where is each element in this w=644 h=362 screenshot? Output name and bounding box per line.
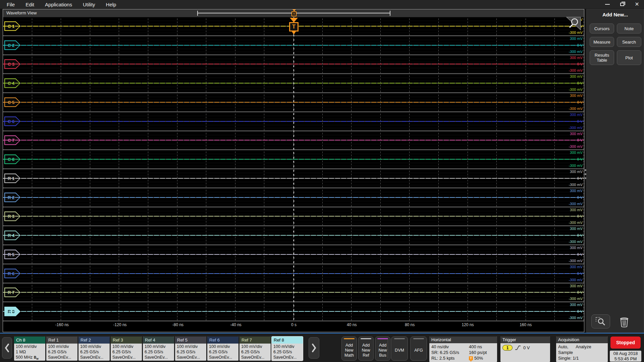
tab-setting-text: 500 MHz	[16, 355, 33, 360]
scroll-left-button[interactable]	[2, 337, 12, 359]
plot-button[interactable]: Plot	[617, 50, 641, 65]
restore-button[interactable]	[617, 1, 627, 8]
tab-body: 100 mV/div6.25 GS/sSaveOnEv...	[239, 344, 271, 360]
zoom-cursor-icon	[565, 16, 581, 32]
bandwidth-limit-icon: BW	[34, 356, 39, 359]
afg-button[interactable]: AFG	[410, 337, 427, 361]
tab-setting-line: 6.25 GS/s	[80, 349, 110, 355]
scale-label-bottom: -300 mV	[569, 87, 583, 92]
close-button[interactable]: ✕	[632, 1, 642, 8]
bottom-settings-bar: Ch 8100 mV/div1 MΩ500 MHzBWRef 1100 mV/d…	[0, 333, 644, 362]
menu-items: FileEditApplicationsUtilityHelp	[0, 1, 121, 8]
add-new-bus-button[interactable]: Add New Bus	[375, 337, 390, 361]
scale-label-zero: 0 V	[577, 62, 583, 66]
trigger-arrow-icon	[290, 18, 298, 22]
tab-setting-line: 6.25 GS/s	[241, 349, 271, 355]
datetime-display: 08 Aug 2018 5:53:45 PM	[610, 351, 641, 362]
horizontal-setting: SR: 6.25 GS/s	[431, 350, 469, 355]
scale-label-zero: 0 V	[577, 43, 583, 47]
add-new-math-button[interactable]: Add New Math	[341, 337, 357, 361]
trigger-t-icon: T	[291, 11, 297, 16]
trigger-title: Trigger	[500, 337, 550, 343]
cursors-button[interactable]: Cursors	[590, 23, 614, 34]
scale-label-zero: 0 V	[577, 214, 583, 218]
measure-button[interactable]: Measure	[590, 37, 614, 47]
search-button[interactable]: Search	[617, 37, 641, 47]
scale-label-top: 300 mV	[570, 208, 583, 212]
scale-label-bottom: -300 mV	[569, 107, 583, 111]
horizontal-setting: T50%	[469, 355, 487, 361]
scale-label-top: 300 mV	[570, 284, 583, 288]
waveform-view-window: Waveform View T C 1300 mV0 V-300 mVC 230…	[3, 9, 584, 332]
menu-applications[interactable]: Applications	[40, 1, 77, 8]
button-color-stripe	[361, 338, 371, 339]
zoom-mode-button[interactable]	[591, 314, 610, 328]
tab-ch8[interactable]: Ch 8100 mV/div1 MΩ500 MHzBW	[14, 337, 45, 361]
acquisition-panel[interactable]: Acquisition Auto, Analyze Sample Single:…	[556, 337, 608, 362]
trigger-tail-icon	[292, 32, 296, 35]
note-button[interactable]: Note	[617, 23, 641, 34]
time-tick-label: 120 ns	[462, 322, 474, 327]
tab-ref4[interactable]: Ref 4100 mV/div6.25 GS/sSaveOnEv...	[143, 337, 174, 361]
tab-setting-line: SaveOnEv...	[145, 355, 174, 360]
tab-header: Ref 7	[239, 337, 271, 344]
button-color-stripe	[394, 338, 405, 339]
trigger-t-icon: T	[289, 22, 299, 32]
horizontal-setting-text: 160 ps/pt	[469, 350, 487, 355]
button-color-stripe	[344, 338, 355, 339]
scale-label-zero: 0 V	[577, 309, 583, 313]
scale-label-zero: 0 V	[577, 290, 583, 294]
results-table-button[interactable]: Results Table	[590, 50, 614, 65]
tab-setting-text: 6.25 GS/s	[145, 350, 163, 354]
horizontal-setting: 400 ns	[469, 344, 487, 350]
run-stop-status-button[interactable]: Stopped	[610, 337, 641, 349]
tab-setting-line: 100 mV/div	[16, 344, 45, 349]
trigger-panel[interactable]: Trigger 1 0 V	[500, 337, 550, 362]
tab-header: Ch 8	[14, 337, 45, 344]
tab-setting-text: 100 mV/div	[241, 344, 262, 349]
dvm-button[interactable]: DVM	[391, 337, 408, 361]
tab-ref7[interactable]: Ref 7100 mV/div6.25 GS/sSaveOnEv...	[239, 337, 271, 361]
menu-utility[interactable]: Utility	[77, 1, 101, 8]
horizontal-panel[interactable]: Horizontal 40 ns/divSR: 6.25 GS/sRL: 2.5…	[429, 337, 497, 362]
tab-setting-text: 100 mV/div	[273, 344, 294, 349]
minimize-button[interactable]	[602, 1, 612, 8]
tab-ref5[interactable]: Ref 5100 mV/div6.25 GS/sSaveOnEv...	[175, 337, 206, 361]
scale-label-bottom: -300 mV	[569, 144, 583, 148]
add-new-ref-button[interactable]: Add New Ref	[358, 337, 374, 361]
tab-ref2[interactable]: Ref 2100 mV/div6.25 GS/sSaveOnEv...	[78, 337, 110, 361]
tab-body: 100 mV/div6.25 GS/sSaveOnEv...	[46, 344, 77, 360]
tab-setting-text: SaveOnEv...	[209, 355, 232, 360]
tab-setting-line: 6.25 GS/s	[48, 349, 77, 355]
tab-ref8[interactable]: Ref 8100 mV/div6.25 GS/sSaveOnEv...	[272, 337, 303, 361]
tab-setting-text: 6.25 GS/s	[273, 350, 292, 354]
scale-label-top: 300 mV	[570, 227, 583, 231]
tab-setting-text: SaveOnEv...	[145, 355, 168, 360]
scale-label-zero: 0 V	[577, 272, 583, 276]
scale-label-bottom: -300 mV	[569, 221, 583, 225]
scale-label-zero: 0 V	[577, 252, 583, 256]
tab-setting-line: 6.25 GS/s	[273, 349, 303, 355]
menu-help[interactable]: Help	[101, 1, 122, 8]
scale-label-zero: 0 V	[577, 100, 583, 104]
tab-ref3[interactable]: Ref 3100 mV/div6.25 GS/sSaveOnEv...	[111, 337, 142, 361]
menu-edit[interactable]: Edit	[20, 1, 40, 8]
horizontal-setting: 160 ps/pt	[469, 350, 487, 355]
menu-file[interactable]: File	[1, 1, 20, 8]
scale-label-zero: 0 V	[577, 157, 583, 161]
tab-setting-line: 100 mV/div	[209, 344, 238, 349]
trigger-marker[interactable]: T	[286, 18, 301, 37]
trigger-position-indicator[interactable]: T	[291, 9, 297, 17]
tab-setting-text: SaveOnEv...	[241, 355, 264, 360]
tab-ref6[interactable]: Ref 6100 mV/div6.25 GS/sSaveOnEv...	[207, 337, 238, 361]
scale-label-top: 300 mV	[570, 170, 583, 174]
tab-setting-line: SaveOnEv...	[209, 355, 238, 360]
tab-setting-text: 100 mV/div	[48, 344, 69, 349]
scroll-right-button[interactable]	[309, 337, 319, 359]
tab-setting-line: 100 mV/div	[241, 344, 271, 349]
panel-bottom-tools	[587, 314, 644, 330]
tab-ref1[interactable]: Ref 1100 mV/div6.25 GS/sSaveOnEv...	[46, 337, 77, 361]
scale-label-zero: 0 V	[577, 119, 583, 123]
scale-label-bottom: -300 mV	[569, 202, 583, 206]
delete-button[interactable]	[618, 315, 631, 328]
